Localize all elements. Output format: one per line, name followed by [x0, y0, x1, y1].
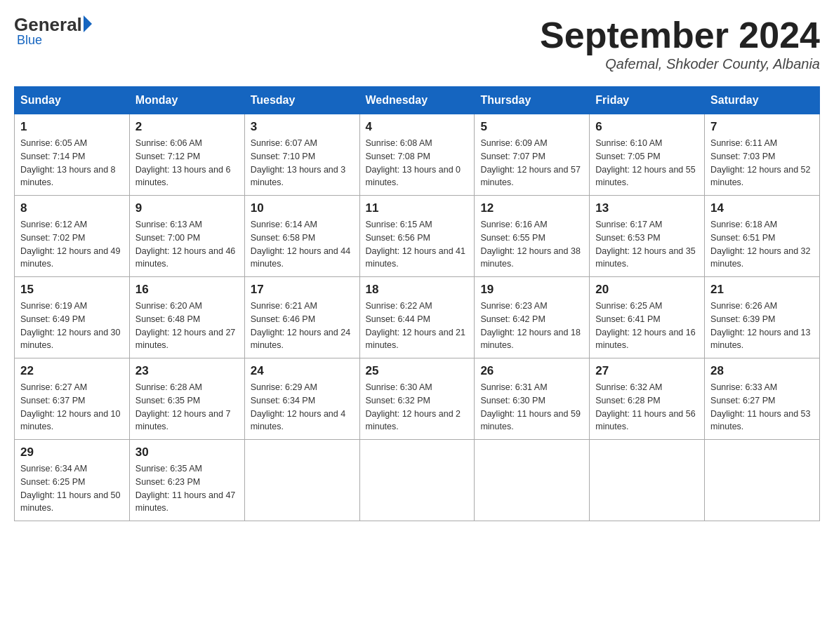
day-info: Sunrise: 6:06 AMSunset: 7:12 PMDaylight:… [135, 137, 239, 189]
calendar-week-row-3: 15Sunrise: 6:19 AMSunset: 6:49 PMDayligh… [15, 277, 820, 358]
calendar-table: Sunday Monday Tuesday Wednesday Thursday… [14, 86, 820, 521]
col-wednesday: Wednesday [359, 87, 475, 114]
calendar-cell: 23Sunrise: 6:28 AMSunset: 6:35 PMDayligh… [129, 358, 244, 440]
day-number: 1 [20, 120, 124, 134]
day-info: Sunrise: 6:16 AMSunset: 6:55 PMDaylight:… [480, 218, 583, 271]
day-info: Sunrise: 6:30 AMSunset: 6:32 PMDaylight:… [366, 381, 469, 434]
day-info: Sunrise: 6:29 AMSunset: 6:34 PMDaylight:… [251, 381, 354, 434]
day-number: 10 [251, 201, 354, 215]
title-section: September 2024 Qafemal, Shkoder County, … [540, 14, 820, 72]
calendar-cell: 2Sunrise: 6:06 AMSunset: 7:12 PMDaylight… [129, 114, 244, 196]
day-info: Sunrise: 6:21 AMSunset: 6:46 PMDaylight:… [251, 300, 354, 352]
calendar-cell: 29Sunrise: 6:34 AMSunset: 6:25 PMDayligh… [15, 440, 130, 521]
day-info: Sunrise: 6:27 AMSunset: 6:37 PMDaylight:… [20, 381, 124, 434]
calendar-cell: 24Sunrise: 6:29 AMSunset: 6:34 PMDayligh… [244, 358, 359, 440]
calendar-cell: 12Sunrise: 6:16 AMSunset: 6:55 PMDayligh… [475, 196, 590, 277]
day-number: 26 [480, 364, 583, 378]
calendar-cell: 7Sunrise: 6:11 AMSunset: 7:03 PMDaylight… [705, 114, 820, 196]
day-info: Sunrise: 6:23 AMSunset: 6:42 PMDaylight:… [480, 300, 583, 352]
col-monday: Monday [129, 87, 244, 114]
col-thursday: Thursday [475, 87, 590, 114]
calendar-cell: 16Sunrise: 6:20 AMSunset: 6:48 PMDayligh… [129, 277, 244, 358]
calendar-week-row-1: 1Sunrise: 6:05 AMSunset: 7:14 PMDaylight… [15, 114, 820, 196]
day-info: Sunrise: 6:28 AMSunset: 6:35 PMDaylight:… [135, 381, 239, 434]
day-info: Sunrise: 6:20 AMSunset: 6:48 PMDaylight:… [135, 300, 239, 352]
day-number: 6 [595, 120, 699, 134]
calendar-cell: 6Sunrise: 6:10 AMSunset: 7:05 PMDaylight… [590, 114, 705, 196]
calendar-cell: 18Sunrise: 6:22 AMSunset: 6:44 PMDayligh… [359, 277, 475, 358]
day-number: 16 [135, 283, 239, 297]
day-info: Sunrise: 6:34 AMSunset: 6:25 PMDaylight:… [20, 462, 124, 515]
day-info: Sunrise: 6:08 AMSunset: 7:08 PMDaylight:… [366, 137, 469, 189]
calendar-cell: 21Sunrise: 6:26 AMSunset: 6:39 PMDayligh… [705, 277, 820, 358]
calendar-cell: 4Sunrise: 6:08 AMSunset: 7:08 PMDaylight… [359, 114, 475, 196]
day-number: 8 [20, 201, 124, 215]
day-number: 9 [135, 201, 239, 215]
day-info: Sunrise: 6:05 AMSunset: 7:14 PMDaylight:… [20, 137, 124, 189]
calendar-cell: 10Sunrise: 6:14 AMSunset: 6:58 PMDayligh… [244, 196, 359, 277]
day-info: Sunrise: 6:22 AMSunset: 6:44 PMDaylight:… [366, 300, 469, 352]
calendar-cell [705, 440, 820, 521]
calendar-cell: 19Sunrise: 6:23 AMSunset: 6:42 PMDayligh… [475, 277, 590, 358]
day-number: 12 [480, 201, 583, 215]
calendar-cell: 15Sunrise: 6:19 AMSunset: 6:49 PMDayligh… [15, 277, 130, 358]
calendar-header-row: Sunday Monday Tuesday Wednesday Thursday… [15, 87, 820, 114]
day-number: 22 [20, 364, 124, 378]
calendar-cell [359, 440, 475, 521]
day-info: Sunrise: 6:13 AMSunset: 7:00 PMDaylight:… [135, 218, 239, 271]
day-number: 7 [710, 120, 814, 134]
day-info: Sunrise: 6:14 AMSunset: 6:58 PMDaylight:… [251, 218, 354, 271]
calendar-cell: 28Sunrise: 6:33 AMSunset: 6:27 PMDayligh… [705, 358, 820, 440]
day-number: 23 [135, 364, 239, 378]
calendar-cell: 3Sunrise: 6:07 AMSunset: 7:10 PMDaylight… [244, 114, 359, 196]
calendar-cell [590, 440, 705, 521]
calendar-cell: 9Sunrise: 6:13 AMSunset: 7:00 PMDaylight… [129, 196, 244, 277]
calendar-cell: 11Sunrise: 6:15 AMSunset: 6:56 PMDayligh… [359, 196, 475, 277]
day-info: Sunrise: 6:31 AMSunset: 6:30 PMDaylight:… [480, 381, 583, 434]
calendar-week-row-5: 29Sunrise: 6:34 AMSunset: 6:25 PMDayligh… [15, 440, 820, 521]
calendar-cell: 14Sunrise: 6:18 AMSunset: 6:51 PMDayligh… [705, 196, 820, 277]
calendar-cell: 5Sunrise: 6:09 AMSunset: 7:07 PMDaylight… [475, 114, 590, 196]
day-number: 4 [366, 120, 469, 134]
calendar-cell: 13Sunrise: 6:17 AMSunset: 6:53 PMDayligh… [590, 196, 705, 277]
day-number: 15 [20, 283, 124, 297]
day-info: Sunrise: 6:15 AMSunset: 6:56 PMDaylight:… [366, 218, 469, 271]
calendar-cell: 20Sunrise: 6:25 AMSunset: 6:41 PMDayligh… [590, 277, 705, 358]
day-info: Sunrise: 6:10 AMSunset: 7:05 PMDaylight:… [595, 137, 699, 189]
day-number: 27 [595, 364, 699, 378]
location-text: Qafemal, Shkoder County, Albania [540, 56, 820, 72]
logo-triangle-icon [84, 15, 92, 32]
month-year-title: September 2024 [540, 14, 820, 56]
logo: General Blue [14, 14, 92, 48]
col-tuesday: Tuesday [244, 87, 359, 114]
logo-blue-text: Blue [17, 33, 42, 48]
calendar-week-row-4: 22Sunrise: 6:27 AMSunset: 6:37 PMDayligh… [15, 358, 820, 440]
calendar-cell: 1Sunrise: 6:05 AMSunset: 7:14 PMDaylight… [15, 114, 130, 196]
day-number: 28 [710, 364, 814, 378]
calendar-cell: 17Sunrise: 6:21 AMSunset: 6:46 PMDayligh… [244, 277, 359, 358]
day-number: 3 [251, 120, 354, 134]
col-saturday: Saturday [705, 87, 820, 114]
day-info: Sunrise: 6:12 AMSunset: 7:02 PMDaylight:… [20, 218, 124, 271]
day-number: 2 [135, 120, 239, 134]
calendar-week-row-2: 8Sunrise: 6:12 AMSunset: 7:02 PMDaylight… [15, 196, 820, 277]
day-info: Sunrise: 6:35 AMSunset: 6:23 PMDaylight:… [135, 462, 239, 515]
day-info: Sunrise: 6:18 AMSunset: 6:51 PMDaylight:… [710, 218, 814, 271]
calendar-cell: 30Sunrise: 6:35 AMSunset: 6:23 PMDayligh… [129, 440, 244, 521]
day-info: Sunrise: 6:32 AMSunset: 6:28 PMDaylight:… [595, 381, 699, 434]
col-sunday: Sunday [15, 87, 130, 114]
day-number: 17 [251, 283, 354, 297]
day-number: 25 [366, 364, 469, 378]
day-number: 24 [251, 364, 354, 378]
calendar-cell [475, 440, 590, 521]
day-number: 13 [595, 201, 699, 215]
day-info: Sunrise: 6:07 AMSunset: 7:10 PMDaylight:… [251, 137, 354, 189]
day-number: 21 [710, 283, 814, 297]
day-number: 18 [366, 283, 469, 297]
day-number: 20 [595, 283, 699, 297]
day-info: Sunrise: 6:33 AMSunset: 6:27 PMDaylight:… [710, 381, 814, 434]
day-number: 14 [710, 201, 814, 215]
day-info: Sunrise: 6:25 AMSunset: 6:41 PMDaylight:… [595, 300, 699, 352]
day-info: Sunrise: 6:26 AMSunset: 6:39 PMDaylight:… [710, 300, 814, 352]
calendar-cell [244, 440, 359, 521]
